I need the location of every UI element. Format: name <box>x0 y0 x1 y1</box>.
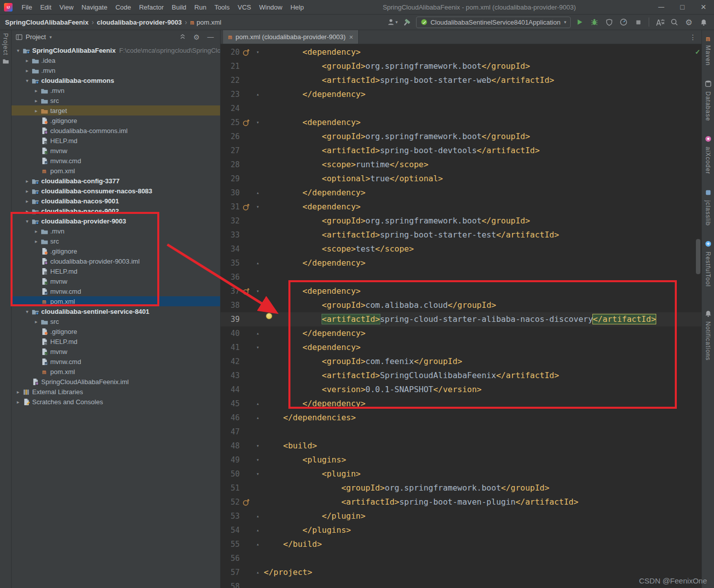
code-line-23[interactable]: 23 </dependency> <box>221 87 701 101</box>
fold-marker-icon[interactable] <box>253 45 263 59</box>
code-line-26[interactable]: 26 <groupId>org.springframework.boot</gr… <box>221 130 701 144</box>
tree-item-help-md[interactable]: HELP.md <box>12 336 220 346</box>
stripe-button-aixcoder[interactable]: aiXcoder <box>704 135 712 174</box>
project-stripe-button[interactable]: Project <box>2 33 9 64</box>
code-line-24[interactable]: 24 <box>221 101 701 115</box>
tree-item-cloudalibaba-nacos-9001[interactable]: ▸cloudalibaba-nacos-9001 <box>12 196 220 206</box>
breadcrumb-pom-xml[interactable]: mpom.xml <box>190 19 222 26</box>
code-line-42[interactable]: 42 <groupId>com.feenix</groupId> <box>221 355 701 369</box>
menu-build[interactable]: Build <box>168 2 190 13</box>
tree-item-cloudalibaba-nacos-9002[interactable]: ▸cloudalibaba-nacos-9002 <box>12 206 220 216</box>
code-line-56[interactable]: 56 <box>221 551 701 565</box>
build-button[interactable] <box>401 16 413 28</box>
fold-marker-icon[interactable] <box>253 326 263 340</box>
chevron-right-icon[interactable]: ▸ <box>15 399 22 405</box>
fold-marker-icon[interactable] <box>253 439 263 453</box>
code-line-25[interactable]: 25 <dependency> <box>221 115 701 130</box>
fold-marker-icon[interactable] <box>253 467 263 481</box>
code-line-37[interactable]: 37 <dependency> <box>221 284 701 298</box>
fold-marker-icon[interactable] <box>253 523 263 537</box>
editor-scrollbar[interactable]: ✓ <box>694 44 701 588</box>
tree-item-pom-xml[interactable]: mpom.xml <box>12 166 220 176</box>
stripe-button-jclasslib[interactable]: jclasslib <box>704 189 712 226</box>
tree-item-src[interactable]: ▸src <box>12 95 220 105</box>
code-line-43[interactable]: 43 <artifactId>SpringCloudAlibabaFeenix<… <box>221 369 701 383</box>
code-line-50[interactable]: 50 <plugin> <box>221 467 701 481</box>
code-line-58[interactable]: 58 <box>221 579 701 588</box>
tree-item-idea[interactable]: ▸.idea <box>12 55 220 65</box>
tree-item-cloudalibaba-sentinel-service-8401[interactable]: ▾cloudalibaba-sentinel-service-8401 <box>12 306 220 316</box>
menu-window[interactable]: Window <box>255 2 286 13</box>
chevron-down-icon[interactable]: ▾ <box>15 48 22 53</box>
menu-refactor[interactable]: Refactor <box>135 2 168 13</box>
code-line-44[interactable]: 44 <version>0.0.1-SNAPSHOT</version> <box>221 383 701 397</box>
tree-item-springcloudalibabafeenix-iml[interactable]: SpringCloudAlibabaFeenix.iml <box>12 377 220 387</box>
menu-help[interactable]: Help <box>286 2 308 13</box>
code-line-46[interactable]: 46 </dependencies> <box>221 411 701 425</box>
stripe-button-maven[interactable]: mMaven <box>704 35 711 66</box>
coverage-button[interactable] <box>603 16 615 28</box>
code-line-57[interactable]: 57</project> <box>221 565 701 579</box>
tree-item-mvnw[interactable]: mvnw <box>12 346 220 357</box>
tree-item-mvnw[interactable]: mvnw <box>12 146 220 156</box>
fold-marker-icon[interactable] <box>253 411 263 425</box>
menu-navigate[interactable]: Navigate <box>77 2 111 13</box>
fold-marker-icon[interactable] <box>253 509 263 523</box>
tree-item-cloudalibaba-commons[interactable]: ▾cloudalibaba-commons <box>12 75 220 85</box>
menu-code[interactable]: Code <box>112 2 135 13</box>
code-line-22[interactable]: 22 <artifactId>spring-boot-starter-web</… <box>221 73 701 87</box>
scrollbar-thumb[interactable] <box>696 239 700 274</box>
fold-marker-icon[interactable] <box>253 200 263 214</box>
chevron-right-icon[interactable]: ▸ <box>24 58 31 63</box>
settings-button[interactable]: ⚙ <box>683 16 694 28</box>
hide-panel-button[interactable]: — <box>205 31 216 43</box>
code-line-27[interactable]: 27 <artifactId>spring-boot-devtools</art… <box>221 144 701 158</box>
code-line-51[interactable]: 51 <groupId>org.springframework.boot</gr… <box>221 481 701 495</box>
tree-item-springcloudalibabafeenix[interactable]: ▾SpringCloudAlibabaFeenixF:\code\mca\spr… <box>12 45 220 55</box>
tree-item-pom-xml[interactable]: mpom.xml <box>12 296 220 306</box>
breadcrumb-springcloudalibabafeenix[interactable]: SpringCloudAlibabaFeenix <box>5 19 88 26</box>
profiler-button[interactable] <box>618 16 629 28</box>
stripe-button-notifications[interactable]: Notifications <box>704 310 712 361</box>
chevron-down-icon[interactable]: ▾ <box>49 35 52 40</box>
chevron-right-icon[interactable]: ▸ <box>33 98 40 103</box>
tree-item-mvn[interactable]: ▸.mvn <box>12 85 220 95</box>
tab-options-icon[interactable]: ⋮ <box>684 30 701 44</box>
intention-bulb-icon[interactable] <box>266 313 272 319</box>
stripe-button-restfultool[interactable]: RestfulTool <box>704 240 712 287</box>
code-line-39[interactable]: 39 <artifactId>spring-cloud-starter-alib… <box>221 312 701 326</box>
code-line-48[interactable]: 48 <build> <box>221 439 701 453</box>
breadcrumb-cloudalibaba-provider-9003[interactable]: cloudalibaba-provider-9003 <box>97 19 182 26</box>
tree-item-gitignore[interactable]: .gitignore <box>12 246 220 256</box>
tab-pom-xml[interactable]: m pom.xml (cloudalibaba-provider-9003) <box>223 30 359 44</box>
code-line-52[interactable]: 52 <artifactId>spring-boot-maven-plugin<… <box>221 495 701 509</box>
chevron-right-icon[interactable]: ▸ <box>24 178 31 184</box>
tree-item-src[interactable]: ▸src <box>12 236 220 246</box>
menu-vcs[interactable]: VCS <box>234 2 255 13</box>
code-line-53[interactable]: 53 </plugin> <box>221 509 701 523</box>
code-line-31[interactable]: 31 <dependency> <box>221 200 701 214</box>
code-line-34[interactable]: 34 <scope>test</scope> <box>221 242 701 256</box>
project-panel-title[interactable]: Project <box>26 33 46 41</box>
code-line-36[interactable]: 36 <box>221 270 701 284</box>
chevron-down-icon[interactable]: ▾ <box>24 78 31 83</box>
tree-item-cloudalibaba-provider-9003[interactable]: ▾cloudalibaba-provider-9003 <box>12 216 220 226</box>
tree-item-cloudalibaba-consumer-nacos-8083[interactable]: ▸cloudalibaba-consumer-nacos-8083 <box>12 186 220 196</box>
notifications-button[interactable] <box>698 16 709 28</box>
tree-item-scratches-and-consoles[interactable]: ▸Scratches and Consoles <box>12 397 220 407</box>
tree-item-gitignore[interactable]: .gitignore <box>12 115 220 126</box>
code-line-49[interactable]: 49 <plugins> <box>221 453 701 467</box>
collapse-all-button[interactable] <box>177 31 188 43</box>
code-line-29[interactable]: 29 <optional>true</optional> <box>221 172 701 186</box>
panel-settings-button[interactable]: ⚙ <box>191 31 202 43</box>
chevron-right-icon[interactable]: ▸ <box>24 198 31 204</box>
chevron-right-icon[interactable]: ▸ <box>33 228 40 234</box>
code-line-40[interactable]: 40 </dependency> <box>221 326 701 340</box>
fold-marker-icon[interactable] <box>253 537 263 551</box>
dependency-gutter-icon[interactable] <box>240 495 253 509</box>
fold-marker-icon[interactable] <box>253 453 263 467</box>
tree-item-mvnw[interactable]: mvnw <box>12 276 220 286</box>
chevron-down-icon[interactable]: ▾ <box>24 218 31 224</box>
tree-item-cloudalibaba-provider-9003-iml[interactable]: cloudalibaba-provider-9003.iml <box>12 256 220 266</box>
code-editor[interactable]: 20 <dependency>21 <groupId>org.springfra… <box>221 44 701 588</box>
